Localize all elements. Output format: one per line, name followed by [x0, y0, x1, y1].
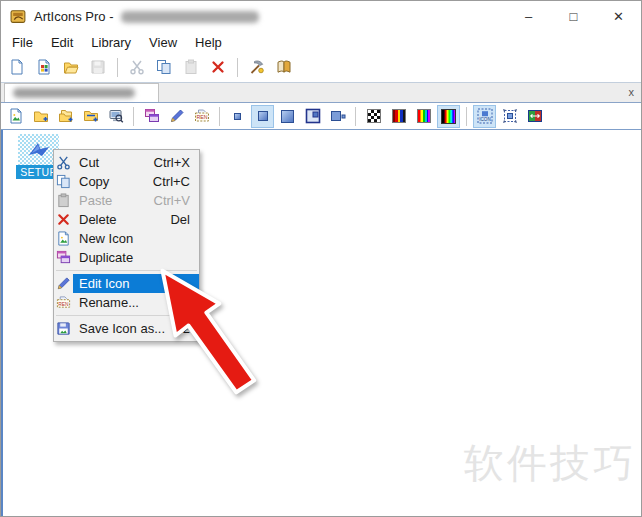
- icon-format-button[interactable]: ICON: [473, 105, 496, 128]
- size-16-button[interactable]: [226, 105, 249, 128]
- app-icon: [10, 8, 27, 25]
- add-folder-tree-icon: [83, 108, 99, 124]
- new-icon-icon: [8, 108, 24, 124]
- redacted-filename-blob: [121, 11, 259, 23]
- menu-item-delete[interactable]: Delete Del: [54, 210, 199, 229]
- new-icon-icon: [54, 231, 73, 246]
- save-icon-as-icon: [54, 321, 73, 336]
- menu-item-edit-icon[interactable]: Edit Icon: [54, 274, 199, 293]
- watermark-text: 软件技巧: [464, 436, 636, 491]
- menu-item-save-icon-as[interactable]: Save Icon as... F2: [54, 319, 199, 338]
- menu-item-rename[interactable]: REN Rename...: [54, 293, 199, 312]
- paste-icon: [183, 59, 199, 75]
- paste-button[interactable]: [179, 55, 203, 79]
- minimize-button[interactable]: –: [506, 1, 551, 32]
- size-custom-icon: [330, 108, 346, 124]
- resize-image-button[interactable]: [523, 105, 546, 128]
- copy-icon: [54, 174, 73, 189]
- open-library-icon: [63, 59, 79, 75]
- svg-text:REN: REN: [58, 302, 69, 307]
- cut-button[interactable]: [125, 55, 149, 79]
- menu-edit[interactable]: Edit: [42, 34, 82, 51]
- menu-item-cut[interactable]: Cut Ctrl+X: [54, 153, 199, 172]
- size-frame-button[interactable]: [301, 105, 324, 128]
- colors-256-icon: [417, 109, 431, 123]
- svg-text:ICON: ICON: [479, 117, 490, 122]
- size-frame-icon: [305, 108, 321, 124]
- size-32-button[interactable]: [251, 105, 274, 128]
- wizard-button[interactable]: [245, 55, 269, 79]
- new-icon-button[interactable]: [4, 105, 27, 128]
- menu-separator: [56, 315, 197, 316]
- new-file-icon: [9, 59, 25, 75]
- paste-icon: [54, 193, 73, 208]
- setup-icon-thumbnail: [26, 140, 52, 160]
- resize-image-icon: [527, 108, 543, 124]
- wizard-icon: [249, 59, 265, 75]
- menu-item-copy[interactable]: Copy Ctrl+C: [54, 172, 199, 191]
- add-folder-button[interactable]: [29, 105, 52, 128]
- tab-close-icon[interactable]: x: [629, 85, 635, 99]
- new-icon-file-button[interactable]: [32, 55, 56, 79]
- toolbar-separator: [133, 107, 134, 126]
- add-folder-tree-button[interactable]: [79, 105, 102, 128]
- size-48-icon: [281, 110, 294, 123]
- save-button[interactable]: [86, 55, 110, 79]
- title-bar: ArtIcons Pro - – □ ✕: [1, 1, 641, 32]
- canvas-select-button[interactable]: [498, 105, 521, 128]
- menu-separator: [56, 270, 197, 271]
- delete-button[interactable]: [206, 55, 230, 79]
- menu-item-duplicate[interactable]: Duplicate: [54, 248, 199, 267]
- menu-library[interactable]: Library: [82, 34, 140, 51]
- library-workspace: SETUP Cut Ctrl+X Copy Ctrl+C: [1, 130, 641, 516]
- menu-help[interactable]: Help: [186, 34, 231, 51]
- canvas-select-icon: [502, 108, 518, 124]
- truecolor-palette-button[interactable]: [437, 105, 460, 128]
- library-toolbar: REN: [1, 103, 641, 130]
- delete-icon: [54, 212, 73, 227]
- articons-pro-window: ArtIcons Pro - – □ ✕ File Edit Library V…: [0, 0, 642, 517]
- edit-icon-button[interactable]: [165, 105, 188, 128]
- delete-icon: [210, 59, 226, 75]
- save-icon: [90, 59, 106, 75]
- add-folders-icon: [58, 108, 74, 124]
- help-button[interactable]: [272, 55, 296, 79]
- new-icon-file-icon: [36, 59, 52, 75]
- open-library-button[interactable]: [59, 55, 83, 79]
- size-48-button[interactable]: [276, 105, 299, 128]
- edit-pencil-icon: [169, 108, 185, 124]
- redacted-tab-label-blob: [13, 88, 135, 98]
- menu-view[interactable]: View: [140, 34, 186, 51]
- close-button[interactable]: ✕: [596, 1, 641, 32]
- library-tab[interactable]: [4, 83, 159, 102]
- truecolor-palette-icon: [441, 109, 456, 124]
- size-custom-button[interactable]: [326, 105, 349, 128]
- new-file-button[interactable]: [5, 55, 29, 79]
- size-32-icon: [258, 111, 268, 121]
- menu-item-new-icon[interactable]: New Icon: [54, 229, 199, 248]
- menu-file[interactable]: File: [3, 34, 42, 51]
- toolbar-separator: [466, 107, 467, 126]
- colors-16-icon: [392, 109, 406, 123]
- size-16-icon: [234, 113, 241, 120]
- menu-item-paste[interactable]: Paste Ctrl+V: [54, 191, 199, 210]
- maximize-button[interactable]: □: [551, 1, 596, 32]
- cut-icon: [54, 155, 73, 170]
- add-folders-button[interactable]: [54, 105, 77, 128]
- toolbar-separator: [117, 58, 118, 77]
- help-book-icon: [276, 59, 292, 75]
- main-toolbar: [1, 52, 641, 83]
- copy-button[interactable]: [152, 55, 176, 79]
- colors-256-button[interactable]: [412, 105, 435, 128]
- duplicate-icon: [54, 250, 73, 265]
- rename-button[interactable]: REN: [190, 105, 213, 128]
- colors-16-button[interactable]: [387, 105, 410, 128]
- mono-palette-button[interactable]: [362, 105, 385, 128]
- rename-icon: REN: [194, 108, 210, 124]
- toolbar-separator: [237, 58, 238, 77]
- cut-icon: [129, 59, 145, 75]
- duplicate-button[interactable]: [140, 105, 163, 128]
- scan-computer-icon: [108, 108, 124, 124]
- add-folder-icon: [33, 108, 49, 124]
- scan-computer-button[interactable]: [104, 105, 127, 128]
